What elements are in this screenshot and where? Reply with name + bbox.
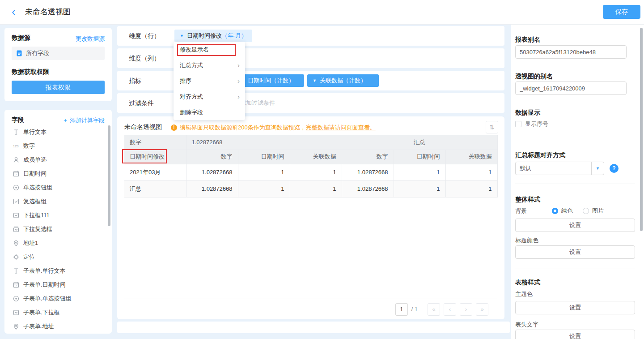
- table-cell: 汇总: [124, 180, 186, 197]
- theme-color-set-button[interactable]: 设置: [515, 301, 635, 314]
- field-item[interactable]: 7子表单.日期时间: [4, 278, 112, 292]
- menu-item-label: 删除字段: [180, 109, 203, 116]
- warning-link[interactable]: 完整数据请访问页面查看。: [306, 124, 376, 132]
- change-datasource-link[interactable]: 更改数据源: [76, 35, 105, 43]
- field-item[interactable]: 地址1: [4, 236, 112, 250]
- field-item-label: 数字: [23, 142, 35, 150]
- background-radio-option[interactable]: 纯色: [552, 207, 573, 215]
- field-item-label: 子表单.日期时间: [23, 281, 66, 289]
- svg-text:123: 123: [13, 144, 19, 148]
- menu-item[interactable]: 汇总方式›: [174, 57, 245, 73]
- permission-title: 数据获取权限: [12, 68, 49, 76]
- column-header-cell: 日期时间: [394, 150, 445, 164]
- field-item[interactable]: 子表单.下拉框: [4, 305, 112, 319]
- field-item[interactable]: 单行文本: [4, 125, 112, 139]
- table-cell: 1: [238, 164, 290, 180]
- back-icon[interactable]: ‹: [12, 5, 16, 18]
- chip-field-format: （年-月）: [222, 32, 247, 40]
- address-icon: [13, 323, 20, 330]
- radio-icon: [13, 184, 20, 191]
- column-header-cell: 数字: [186, 150, 238, 164]
- chip-field-name: 日期时间修改: [187, 32, 222, 40]
- settings-scrollbar[interactable]: [640, 28, 643, 231]
- report-alias-input[interactable]: [515, 45, 627, 59]
- summary-align-select[interactable]: 默认 ▼: [515, 162, 604, 175]
- field-item[interactable]: 7日期时间: [4, 167, 112, 180]
- prev-page-icon[interactable]: ‹: [444, 303, 456, 316]
- number-icon: 123: [13, 142, 20, 150]
- column-header-cell: 关联数据: [445, 150, 497, 164]
- location-icon: [13, 253, 20, 261]
- menu-item[interactable]: 排序›: [174, 73, 245, 89]
- metric-chip-label: 关联数据（计数）: [320, 77, 366, 85]
- save-button[interactable]: 保存: [603, 5, 640, 19]
- filter-placeholder[interactable]: 添加过滤条件: [240, 93, 275, 113]
- widget-alias-input[interactable]: [515, 82, 627, 95]
- checkbox-group-icon: [13, 198, 20, 205]
- first-page-icon[interactable]: «: [428, 303, 440, 316]
- background-radio-option[interactable]: 图片: [583, 207, 604, 215]
- field-item[interactable]: 成员单选: [4, 153, 112, 167]
- field-item[interactable]: 复选框组: [4, 194, 112, 208]
- table-row: 2021年03月1.02872668111.0287266811: [124, 164, 497, 180]
- background-set-button[interactable]: 设置: [515, 219, 635, 232]
- column-header-cell: 日期时间: [238, 150, 290, 164]
- field-item[interactable]: 子表单.地址: [4, 319, 112, 333]
- menu-item[interactable]: 修改显示名: [174, 42, 245, 57]
- datasource-item[interactable]: 所有字段: [12, 47, 105, 60]
- caret-down-icon: ▼: [313, 78, 317, 83]
- table-cell: 1: [238, 180, 290, 197]
- filter-label: 过滤条件: [129, 93, 154, 113]
- table-cell: 1: [394, 180, 445, 197]
- next-page-icon[interactable]: ›: [460, 303, 472, 316]
- show-index-label: 显示序号: [525, 120, 548, 128]
- page-number-box[interactable]: 1: [395, 303, 408, 316]
- metric-chip[interactable]: ▼关联数据（计数）: [307, 74, 379, 87]
- page-title[interactable]: 未命名透视图: [25, 7, 71, 20]
- fields-scrollbar[interactable]: [108, 125, 110, 226]
- datetime-icon: 7: [13, 170, 20, 177]
- table-row: 汇总1.02872668111.0287266811: [124, 180, 497, 197]
- warning-text: 编辑界面只取数据源前200条作为查询数据预览，: [180, 124, 306, 132]
- background-option-row: 背景 纯色图片: [515, 207, 640, 215]
- field-item[interactable]: 123数字: [4, 139, 112, 153]
- help-icon[interactable]: ?: [610, 164, 619, 173]
- theme-color-label: 主题色: [515, 290, 533, 298]
- last-page-icon[interactable]: »: [476, 303, 488, 316]
- fields-title: 字段: [12, 116, 24, 124]
- field-item[interactable]: 子表单.单选按钮组: [4, 292, 112, 305]
- field-item-label: 子表单.单行文本: [23, 267, 66, 275]
- bottom-strip: [117, 322, 510, 333]
- multiselect-icon: [13, 226, 20, 233]
- datetime-icon: 7: [13, 281, 20, 288]
- column-header-row: 日期时间修改数字日期时间关联数据数字日期时间关联数据: [124, 150, 497, 164]
- field-context-menu: 修改显示名汇总方式›排序›对齐方式›删除字段: [174, 42, 245, 120]
- field-item[interactable]: 子表单.单行文本: [4, 264, 112, 278]
- widget-alias-label: 透视图的别名: [515, 73, 553, 81]
- divider: [515, 184, 635, 184]
- report-permission-button[interactable]: 报表权限: [12, 81, 105, 94]
- show-index-checkbox[interactable]: 显示序号: [515, 120, 548, 128]
- table-cell: 1.02872668: [342, 180, 394, 197]
- menu-item[interactable]: 对齐方式›: [174, 89, 245, 104]
- group-header-cell: 汇总: [342, 135, 497, 150]
- dimension-row-chip[interactable]: ▼ 日期时间修改 （年-月）: [174, 30, 252, 42]
- title-color-label: 标题颜色: [515, 236, 538, 245]
- sort-icon[interactable]: ⇅: [486, 121, 498, 133]
- report-alias-label: 报表别名: [515, 36, 540, 44]
- summary-align-value: 默认: [516, 162, 591, 175]
- table-style-label: 表格样式: [515, 279, 540, 287]
- field-item-label: 下拉复选框: [23, 225, 52, 233]
- field-item[interactable]: 下拉复选框: [4, 222, 112, 236]
- add-calc-field-link[interactable]: ＋ 添加计算字段: [62, 116, 105, 124]
- menu-item[interactable]: 删除字段: [174, 104, 245, 120]
- metric-chip[interactable]: ▼日期时间（计数）: [235, 74, 304, 87]
- header-text-set-button[interactable]: 设置: [515, 330, 635, 339]
- text-icon: [13, 129, 20, 136]
- field-item[interactable]: 定位: [4, 250, 112, 264]
- title-color-set-button[interactable]: 设置: [515, 245, 635, 259]
- field-item[interactable]: 单选按钮组: [4, 180, 112, 194]
- svg-text:7: 7: [15, 284, 17, 287]
- field-item[interactable]: 下拉框111: [4, 208, 112, 222]
- warning-icon: !: [171, 124, 177, 131]
